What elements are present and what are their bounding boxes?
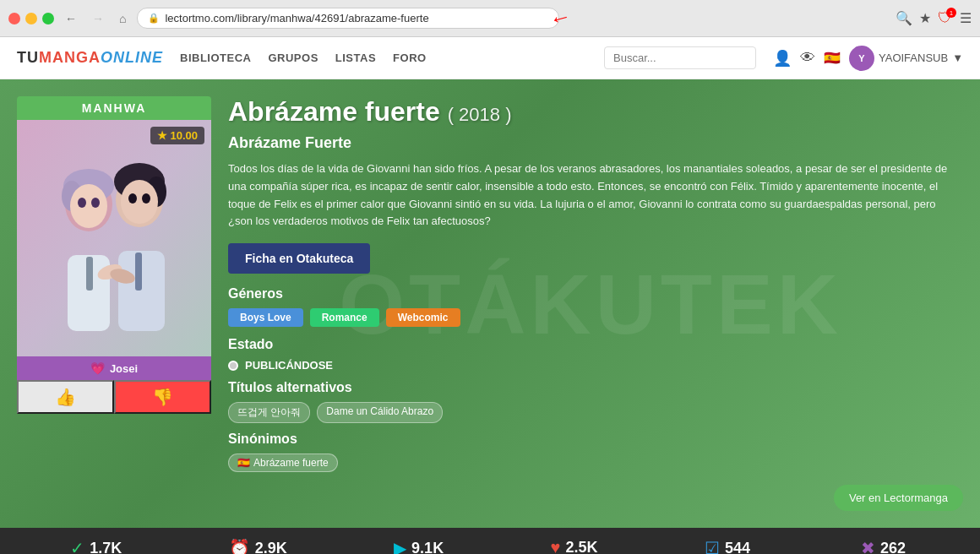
username-label: YAOIFANSUB: [879, 52, 948, 64]
manga-description: Todos los días de la vida de Giovanni ha…: [228, 160, 963, 231]
rating-value: 10.00: [170, 129, 198, 142]
stat-leido-top: ✓ 1.7K: [70, 538, 122, 554]
type-label: MANHWA: [17, 96, 211, 120]
lock-icon: 🔒: [148, 13, 160, 24]
svg-point-10: [121, 180, 158, 224]
forward-button[interactable]: →: [88, 10, 108, 27]
nav-listas[interactable]: LISTAS: [335, 52, 376, 64]
logo-online: ONLINE: [101, 49, 163, 66]
logo-tu: TU: [17, 49, 39, 66]
search-input[interactable]: [604, 46, 756, 69]
notification-badge: 1: [946, 8, 956, 18]
stat-siguiendo: ▶ 9.1K Siguiendo: [394, 538, 444, 554]
stat-lotengo-number: 544: [725, 540, 750, 554]
stat-abandonado-top: ✖ 262: [861, 538, 906, 554]
synonyms-row: 🇪🇸 Abrázame fuerte: [228, 454, 963, 472]
star-icon: ★: [157, 129, 167, 142]
navbar: TUMANGAONLINE BIBLIOTECA GRUPOS LISTAS F…: [0, 37, 980, 79]
stat-abandonado: ✖ 262 Abandonado: [857, 538, 909, 554]
eye-icon-button[interactable]: 👁: [800, 49, 815, 67]
stat-siguiendo-number: 9.1K: [411, 540, 444, 554]
bookmark-button[interactable]: ★: [919, 10, 931, 26]
svg-point-12: [142, 193, 150, 204]
genre-romance[interactable]: Romance: [310, 308, 379, 327]
svg-point-5: [78, 198, 86, 208]
svg-rect-16: [135, 253, 142, 291]
spain-flag-icon: 🇪🇸: [237, 457, 250, 469]
cover-container: ★ 10.00: [17, 120, 211, 356]
stat-leido: ✓ 1.7K Leído: [70, 538, 122, 554]
logo-manga: MANGA: [39, 49, 101, 66]
user-avatar: Y: [849, 46, 874, 71]
synonym-text: Abrázame fuerte: [253, 457, 329, 469]
genre-boys-love[interactable]: Boys Love: [228, 308, 303, 327]
synonym-tag: 🇪🇸 Abrázame fuerte: [228, 454, 338, 472]
status-text: PUBLICÁNDOSE: [245, 359, 333, 372]
rating-badge: ★ 10.00: [150, 127, 204, 144]
content-layout: MANHWA: [17, 96, 963, 511]
footer-stats: ✓ 1.7K Leído ⏰ 2.9K Pendiente ▶ 9.1K Sig…: [0, 528, 980, 554]
nav-links: BIBLIOTECA GRUPOS LISTAS FORO: [180, 52, 427, 64]
manga-year: ( 2018 ): [448, 104, 512, 125]
maximize-window-button[interactable]: [42, 13, 54, 24]
stat-leido-number: 1.7K: [90, 540, 122, 554]
heart-stat-icon: ♥: [551, 538, 561, 554]
vote-down-button[interactable]: 👎: [114, 380, 211, 414]
svg-rect-0: [17, 120, 211, 356]
cover-image: [17, 120, 211, 356]
dropdown-icon: ▼: [952, 52, 963, 64]
status-dot: [228, 361, 238, 371]
genre-webcomic[interactable]: Webcomic: [386, 308, 460, 327]
stat-abandonado-number: 262: [880, 540, 906, 554]
manga-subtitle: Abrázame Fuerte: [228, 134, 963, 152]
site-logo[interactable]: TUMANGAONLINE: [17, 49, 163, 67]
otakuteca-button[interactable]: Ficha en Otakuteca: [228, 243, 370, 274]
red-arrow-indicator: ←: [547, 3, 574, 34]
home-button[interactable]: ⌂: [115, 10, 130, 27]
status-row: PUBLICÁNDOSE: [228, 359, 963, 372]
close-window-button[interactable]: [8, 13, 20, 24]
extension-icon: 🛡 1: [938, 9, 953, 27]
minimize-window-button[interactable]: [25, 13, 37, 24]
checkbox-icon: ☑: [705, 538, 720, 554]
user-menu[interactable]: Y YAOIFANSUB ▼: [849, 46, 963, 71]
estado-title: Estado: [228, 337, 963, 352]
nav-foro[interactable]: FORO: [393, 52, 427, 64]
svg-point-11: [128, 193, 137, 204]
stat-lo-tengo: ☑ 544 Lo tengo: [705, 538, 750, 554]
josei-bar: 💗 Josei: [17, 356, 211, 380]
nav-grupos[interactable]: GRUPOS: [268, 52, 318, 64]
ver-lectormanga-button[interactable]: Ver en Lectormanga: [834, 485, 963, 511]
language-flag[interactable]: 🇪🇸: [824, 50, 841, 66]
address-bar[interactable]: 🔒 lectortmo.com/library/manhwa/42691/abr…: [137, 8, 559, 29]
x-icon: ✖: [861, 538, 875, 554]
check-icon: ✓: [70, 538, 84, 554]
nav-biblioteca[interactable]: BIBLIOTECA: [180, 52, 251, 64]
vote-bar: 👍 👎: [17, 380, 211, 414]
back-button[interactable]: ←: [61, 10, 81, 27]
stat-pendiente-top: ⏰ 2.9K: [229, 538, 287, 554]
alt-title-korean: 뜨겁게 안아줘: [228, 402, 310, 423]
stat-favorito: ♥ 2.5K Favorito: [551, 538, 598, 554]
vote-up-button[interactable]: 👍: [17, 380, 114, 414]
menu-button[interactable]: ☰: [960, 10, 972, 26]
genres-row: Boys Love Romance Webcomic: [228, 308, 963, 327]
search-button[interactable]: 🔍: [896, 10, 912, 26]
svg-rect-15: [86, 257, 93, 291]
right-panel: Abrázame fuerte ( 2018 ) Abrázame Fuerte…: [228, 96, 963, 511]
user-icon-button[interactable]: 👤: [773, 49, 792, 68]
clock-icon: ⏰: [229, 538, 250, 554]
manga-title: Abrázame fuerte ( 2018 ): [228, 96, 963, 128]
browser-chrome: ← → ⌂ 🔒 lectortmo.com/library/manhwa/426…: [0, 0, 980, 37]
stat-siguiendo-top: ▶ 9.1K: [394, 538, 444, 554]
stat-lotengo-top: ☑ 544: [705, 538, 750, 554]
nav-right: 👤 👁 🇪🇸 Y YAOIFANSUB ▼: [773, 46, 963, 71]
manga-title-text: Abrázame fuerte: [228, 96, 440, 127]
stat-favorito-top: ♥ 2.5K: [551, 538, 598, 554]
titulos-alt-title: Títulos alternativos: [228, 380, 963, 395]
josei-label: Josei: [110, 362, 138, 375]
stat-pendiente: ⏰ 2.9K Pendiente: [229, 538, 287, 554]
heart-icon: 💗: [90, 361, 105, 375]
browser-right-controls: 🔍 ★ 🛡 1 ☰: [896, 9, 972, 27]
url-text: lectortmo.com/library/manhwa/42691/abraz…: [165, 12, 548, 24]
